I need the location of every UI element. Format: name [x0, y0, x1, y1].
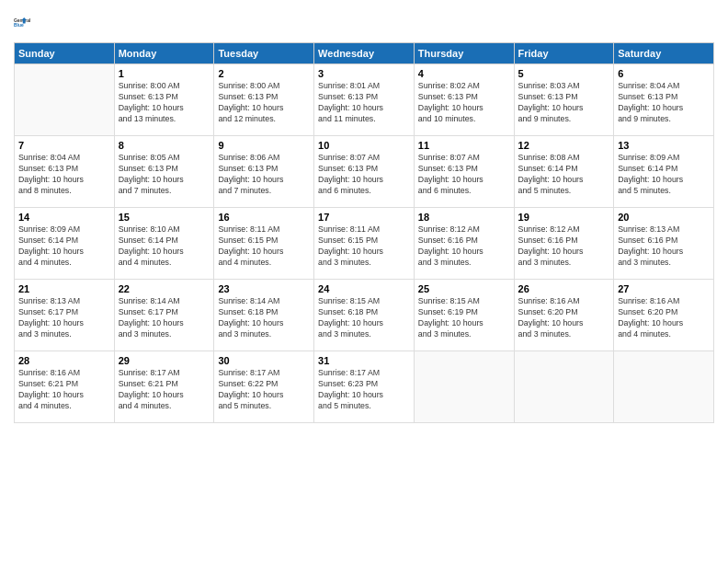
day-number: 12	[518, 140, 610, 151]
day-cell: 13Sunrise: 8:09 AMSunset: 6:14 PMDayligh…	[614, 136, 714, 208]
day-cell: 30Sunrise: 8:17 AMSunset: 6:22 PMDayligh…	[214, 351, 314, 423]
day-cell: 27Sunrise: 8:16 AMSunset: 6:20 PMDayligh…	[614, 280, 714, 351]
day-info: Sunrise: 8:04 AMSunset: 6:13 PMDaylight:…	[618, 81, 710, 125]
day-cell: 10Sunrise: 8:07 AMSunset: 6:13 PMDayligh…	[314, 136, 415, 208]
day-info: Sunrise: 8:08 AMSunset: 6:14 PMDaylight:…	[518, 153, 610, 197]
day-cell: 24Sunrise: 8:15 AMSunset: 6:18 PMDayligh…	[314, 280, 415, 351]
day-info: Sunrise: 8:11 AMSunset: 6:15 PMDaylight:…	[218, 224, 310, 269]
week-row-1: 7Sunrise: 8:04 AMSunset: 6:13 PMDaylight…	[15, 136, 714, 208]
day-cell: 5Sunrise: 8:03 AMSunset: 6:13 PMDaylight…	[514, 64, 614, 136]
logo-icon: General Blue	[14, 9, 40, 35]
day-number: 4	[418, 68, 510, 79]
day-cell: 16Sunrise: 8:11 AMSunset: 6:15 PMDayligh…	[214, 208, 314, 280]
day-info: Sunrise: 8:06 AMSunset: 6:13 PMDaylight:…	[218, 153, 310, 197]
day-number: 2	[218, 68, 310, 79]
day-info: Sunrise: 8:16 AMSunset: 6:20 PMDaylight:…	[518, 296, 610, 340]
day-info: Sunrise: 8:00 AMSunset: 6:13 PMDaylight:…	[218, 81, 310, 125]
day-cell: 12Sunrise: 8:08 AMSunset: 6:14 PMDayligh…	[514, 136, 614, 208]
day-number: 30	[218, 355, 310, 366]
week-row-3: 21Sunrise: 8:13 AMSunset: 6:17 PMDayligh…	[15, 280, 714, 351]
week-row-4: 28Sunrise: 8:16 AMSunset: 6:21 PMDayligh…	[15, 351, 714, 423]
day-info: Sunrise: 8:14 AMSunset: 6:18 PMDaylight:…	[218, 296, 310, 340]
day-number: 31	[318, 355, 410, 366]
day-number: 8	[119, 140, 210, 151]
day-number: 7	[18, 140, 110, 151]
header-day-sunday: Sunday	[15, 43, 115, 64]
day-info: Sunrise: 8:07 AMSunset: 6:13 PMDaylight:…	[418, 153, 510, 197]
header-day-monday: Monday	[114, 43, 214, 64]
day-cell: 14Sunrise: 8:09 AMSunset: 6:14 PMDayligh…	[15, 208, 115, 280]
calendar-table: SundayMondayTuesdayWednesdayThursdayFrid…	[14, 42, 714, 423]
day-info: Sunrise: 8:03 AMSunset: 6:13 PMDaylight:…	[518, 81, 610, 125]
day-cell: 19Sunrise: 8:12 AMSunset: 6:16 PMDayligh…	[514, 208, 614, 280]
day-info: Sunrise: 8:02 AMSunset: 6:13 PMDaylight:…	[418, 81, 510, 125]
day-cell	[15, 64, 115, 136]
day-number: 11	[418, 140, 510, 151]
day-info: Sunrise: 8:15 AMSunset: 6:18 PMDaylight:…	[318, 296, 410, 340]
day-info: Sunrise: 8:16 AMSunset: 6:21 PMDaylight:…	[18, 368, 110, 412]
header-day-saturday: Saturday	[614, 43, 714, 64]
day-cell: 31Sunrise: 8:17 AMSunset: 6:23 PMDayligh…	[314, 351, 415, 423]
day-number: 18	[418, 212, 510, 223]
day-info: Sunrise: 8:09 AMSunset: 6:14 PMDaylight:…	[18, 224, 110, 269]
day-info: Sunrise: 8:10 AMSunset: 6:14 PMDaylight:…	[119, 224, 210, 269]
day-cell: 4Sunrise: 8:02 AMSunset: 6:13 PMDaylight…	[414, 64, 514, 136]
day-cell: 8Sunrise: 8:05 AMSunset: 6:13 PMDaylight…	[114, 136, 214, 208]
day-cell	[414, 351, 514, 423]
day-cell: 29Sunrise: 8:17 AMSunset: 6:21 PMDayligh…	[114, 351, 214, 423]
day-info: Sunrise: 8:13 AMSunset: 6:17 PMDaylight:…	[18, 296, 110, 340]
day-info: Sunrise: 8:16 AMSunset: 6:20 PMDaylight:…	[618, 296, 710, 340]
day-cell	[514, 351, 614, 423]
day-number: 13	[618, 140, 710, 151]
day-number: 24	[318, 283, 410, 294]
day-info: Sunrise: 8:00 AMSunset: 6:13 PMDaylight:…	[119, 81, 210, 125]
day-info: Sunrise: 8:13 AMSunset: 6:16 PMDaylight:…	[618, 224, 710, 269]
day-number: 6	[618, 68, 710, 79]
day-number: 17	[318, 212, 410, 223]
day-number: 27	[618, 283, 710, 294]
day-number: 14	[18, 212, 110, 223]
day-cell: 1Sunrise: 8:00 AMSunset: 6:13 PMDaylight…	[114, 64, 214, 136]
header-day-friday: Friday	[514, 43, 614, 64]
day-info: Sunrise: 8:12 AMSunset: 6:16 PMDaylight:…	[518, 224, 610, 269]
day-number: 26	[518, 283, 610, 294]
day-number: 1	[119, 68, 210, 79]
week-row-0: 1Sunrise: 8:00 AMSunset: 6:13 PMDaylight…	[15, 64, 714, 136]
day-cell: 23Sunrise: 8:14 AMSunset: 6:18 PMDayligh…	[214, 280, 314, 351]
day-cell: 7Sunrise: 8:04 AMSunset: 6:13 PMDaylight…	[15, 136, 115, 208]
day-info: Sunrise: 8:12 AMSunset: 6:16 PMDaylight:…	[418, 224, 510, 269]
day-number: 10	[318, 140, 410, 151]
day-info: Sunrise: 8:09 AMSunset: 6:14 PMDaylight:…	[618, 153, 710, 197]
day-info: Sunrise: 8:01 AMSunset: 6:13 PMDaylight:…	[318, 81, 410, 125]
day-number: 5	[518, 68, 610, 79]
day-number: 25	[418, 283, 510, 294]
header-day-thursday: Thursday	[414, 43, 514, 64]
day-info: Sunrise: 8:14 AMSunset: 6:17 PMDaylight:…	[119, 296, 210, 340]
day-cell: 20Sunrise: 8:13 AMSunset: 6:16 PMDayligh…	[614, 208, 714, 280]
header-row: SundayMondayTuesdayWednesdayThursdayFrid…	[15, 43, 714, 64]
day-cell: 11Sunrise: 8:07 AMSunset: 6:13 PMDayligh…	[414, 136, 514, 208]
day-info: Sunrise: 8:07 AMSunset: 6:13 PMDaylight:…	[318, 153, 410, 197]
day-info: Sunrise: 8:05 AMSunset: 6:13 PMDaylight:…	[119, 153, 210, 197]
day-info: Sunrise: 8:04 AMSunset: 6:13 PMDaylight:…	[18, 153, 110, 197]
day-number: 20	[618, 212, 710, 223]
day-cell: 6Sunrise: 8:04 AMSunset: 6:13 PMDaylight…	[614, 64, 714, 136]
header-day-tuesday: Tuesday	[214, 43, 314, 64]
day-number: 29	[119, 355, 210, 366]
day-info: Sunrise: 8:15 AMSunset: 6:19 PMDaylight:…	[418, 296, 510, 340]
day-number: 16	[218, 212, 310, 223]
day-cell: 26Sunrise: 8:16 AMSunset: 6:20 PMDayligh…	[514, 280, 614, 351]
day-number: 23	[218, 283, 310, 294]
day-cell: 9Sunrise: 8:06 AMSunset: 6:13 PMDaylight…	[214, 136, 314, 208]
day-number: 21	[18, 283, 110, 294]
week-row-2: 14Sunrise: 8:09 AMSunset: 6:14 PMDayligh…	[15, 208, 714, 280]
day-number: 22	[119, 283, 210, 294]
day-cell: 17Sunrise: 8:11 AMSunset: 6:15 PMDayligh…	[314, 208, 415, 280]
day-number: 28	[18, 355, 110, 366]
day-number: 19	[518, 212, 610, 223]
day-number: 15	[119, 212, 210, 223]
day-cell: 25Sunrise: 8:15 AMSunset: 6:19 PMDayligh…	[414, 280, 514, 351]
day-cell: 2Sunrise: 8:00 AMSunset: 6:13 PMDaylight…	[214, 64, 314, 136]
day-info: Sunrise: 8:11 AMSunset: 6:15 PMDaylight:…	[318, 224, 410, 269]
logo: General Blue	[14, 9, 40, 35]
